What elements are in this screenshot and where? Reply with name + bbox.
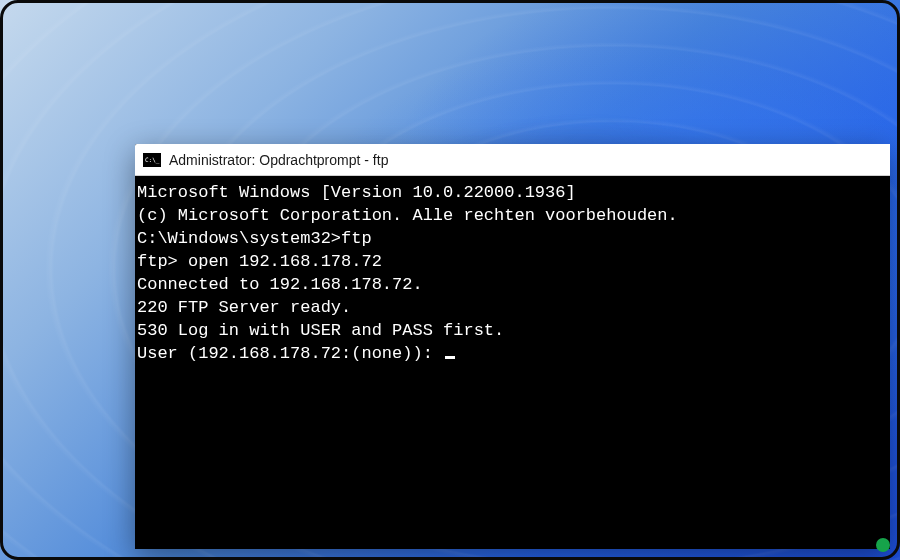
terminal-prompt-line: User (192.168.178.72:(none)): [137, 343, 882, 366]
terminal-line: 220 FTP Server ready. [137, 297, 882, 320]
terminal-line: ftp> open 192.168.178.72 [137, 251, 882, 274]
terminal-line: (c) Microsoft Corporation. Alle rechten … [137, 205, 882, 228]
titlebar[interactable]: Administrator: Opdrachtprompt - ftp [135, 144, 890, 176]
terminal-output[interactable]: Microsoft Windows [Version 10.0.22000.19… [135, 176, 890, 549]
terminal-line: 530 Log in with USER and PASS first. [137, 320, 882, 343]
cmd-icon [143, 153, 161, 167]
terminal-prompt-text: User (192.168.178.72:(none)): [137, 344, 443, 363]
cmd-window: Administrator: Opdrachtprompt - ftp Micr… [135, 144, 890, 549]
cursor-icon [445, 356, 455, 359]
terminal-line: Microsoft Windows [Version 10.0.22000.19… [137, 182, 882, 205]
terminal-line: Connected to 192.168.178.72. [137, 274, 882, 297]
window-title: Administrator: Opdrachtprompt - ftp [169, 152, 388, 168]
status-indicator-icon [876, 538, 890, 552]
terminal-line: C:\Windows\system32>ftp [137, 228, 882, 251]
